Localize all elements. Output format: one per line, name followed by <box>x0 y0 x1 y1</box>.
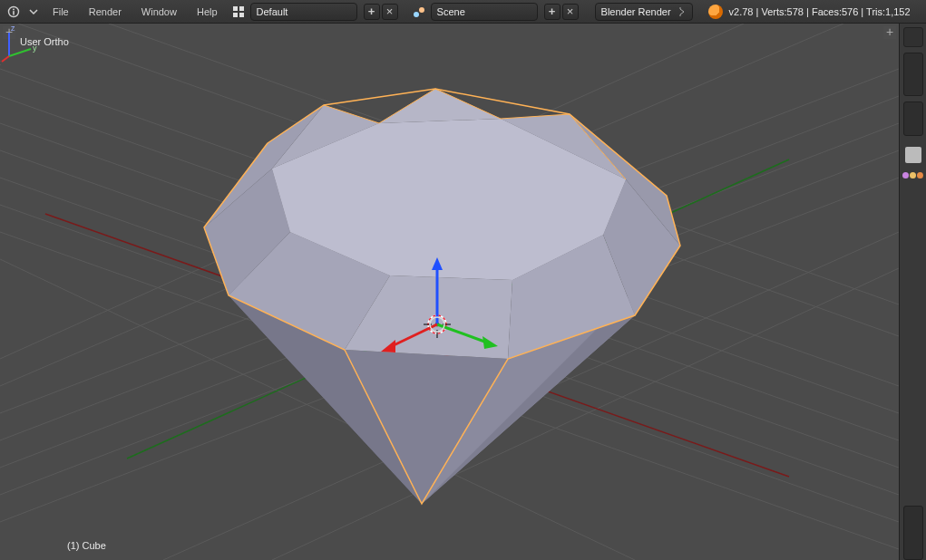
svg-point-1 <box>13 8 15 10</box>
svg-point-8 <box>419 7 424 13</box>
sidebar-slot-1[interactable] <box>903 53 923 96</box>
sidebar-slot-2[interactable] <box>903 101 923 136</box>
tris-label: Tris: <box>866 6 885 17</box>
layout-grid-icon[interactable] <box>229 3 249 21</box>
version-label: v2.78 <box>729 6 754 17</box>
svg-line-62 <box>2 56 9 62</box>
sidebar-slot-bottom[interactable] <box>903 506 923 560</box>
engine-dropdown[interactable]: Blender Render <box>595 3 693 21</box>
main-area: + + User Ortho (1) Cube z y x <box>0 24 926 560</box>
scene-dropdown-label: Scene <box>437 6 465 17</box>
faces-value: 576 <box>842 6 858 17</box>
layout-remove-button[interactable]: × <box>382 4 398 20</box>
mini-axis-icon: z y x <box>0 24 42 65</box>
svg-rect-2 <box>13 11 15 14</box>
svg-text:x: x <box>0 58 1 65</box>
engine-dropdown-label: Blender Render <box>601 6 671 17</box>
svg-rect-4 <box>239 6 244 11</box>
svg-rect-6 <box>239 13 244 17</box>
info-icon[interactable] <box>4 3 24 21</box>
menu-render[interactable]: Render <box>80 3 131 21</box>
menu-help[interactable]: Help <box>188 3 227 21</box>
verts-label: Verts: <box>761 6 786 17</box>
svg-rect-3 <box>233 6 238 11</box>
3d-viewport[interactable]: + + User Ortho (1) Cube z y x <box>0 24 899 560</box>
save-icon[interactable] <box>905 147 921 163</box>
region-expand-top-right[interactable]: + <box>883 26 896 39</box>
right-sidebar <box>899 24 926 560</box>
svg-text:z: z <box>11 24 15 33</box>
menu-window[interactable]: Window <box>132 3 186 21</box>
sidebar-icons[interactable] <box>902 172 923 179</box>
active-object-label: (1) Cube <box>67 540 106 551</box>
layout-dropdown[interactable]: Default <box>250 3 357 21</box>
scene-remove-button[interactable]: × <box>562 4 579 20</box>
mesh-object[interactable] <box>204 89 680 504</box>
scene-add-button[interactable]: + <box>544 4 560 20</box>
verts-value: 578 <box>787 6 804 17</box>
top-header: File Render Window Help Default + × Scen… <box>0 0 926 24</box>
svg-point-7 <box>414 12 419 17</box>
sidebar-tab-icon[interactable] <box>903 27 923 47</box>
scene-icon[interactable] <box>409 3 429 21</box>
faces-label: Faces: <box>812 6 842 17</box>
layout-add-button[interactable]: + <box>364 4 380 20</box>
blender-logo-icon <box>708 5 723 19</box>
svg-rect-5 <box>233 13 238 17</box>
layout-dropdown-label: Default <box>257 6 288 17</box>
menu-file[interactable]: File <box>44 3 78 21</box>
svg-text:y: y <box>33 43 37 53</box>
header-stats: v2.78 | Verts:578 | Faces:576 | Tris:1,1… <box>727 6 911 17</box>
viewport-canvas <box>0 24 899 560</box>
chevron-down-icon[interactable] <box>25 3 42 21</box>
scene-dropdown[interactable]: Scene <box>431 3 538 21</box>
tris-value: 1,152 <box>885 6 911 17</box>
svg-line-61 <box>9 49 31 56</box>
